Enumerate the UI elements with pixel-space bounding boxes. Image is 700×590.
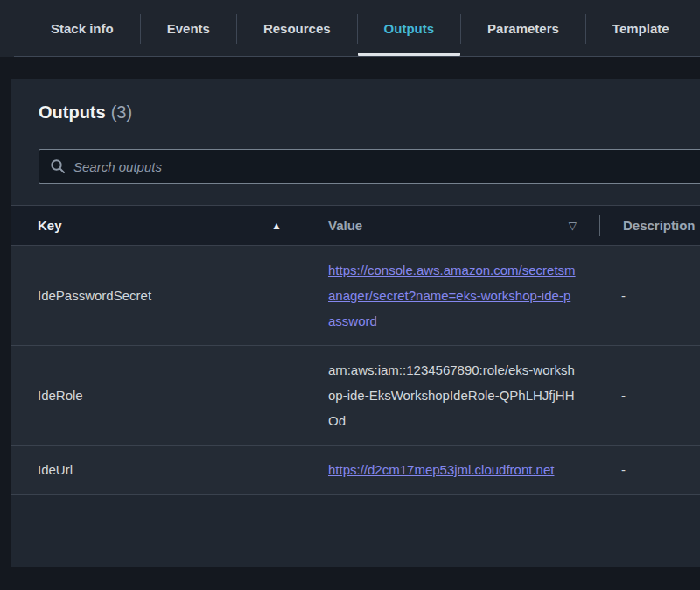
output-value-text: arn:aws:iam::1234567890:role/eks-worksho…	[328, 362, 575, 428]
column-header-value[interactable]: Value ▽	[304, 206, 599, 246]
sort-ascending-icon: ▲	[271, 220, 282, 232]
stack-detail-tabbar: Stack info Events Resources Outputs Para…	[0, 0, 700, 57]
outputs-count-badge: (3)	[111, 102, 132, 122]
outputs-panel: Outputs(3) Key ▲ Value ▽ Description	[11, 79, 700, 567]
tab-label: Template	[612, 21, 669, 36]
tabbar-bottom-border	[14, 56, 700, 57]
output-description: -	[599, 346, 700, 446]
column-label-description: Description	[599, 218, 700, 233]
tab-events[interactable]: Events	[141, 0, 236, 57]
tab-label: Parameters	[487, 21, 559, 36]
outputs-panel-title: Outputs(3)	[11, 79, 700, 123]
search-icon	[50, 158, 66, 174]
column-label-key: Key	[11, 218, 304, 233]
tab-label: Resources	[263, 21, 331, 36]
search-outputs-input[interactable]	[74, 159, 700, 174]
output-value-link[interactable]: https://console.aws.amazon.com/secretsma…	[328, 263, 576, 328]
output-key: IdeRole	[11, 346, 304, 446]
tab-template[interactable]: Template	[586, 0, 696, 57]
column-label-value: Value	[304, 218, 599, 233]
table-row: IdePasswordSecret https://console.aws.am…	[11, 246, 700, 346]
panel-title-text: Outputs	[38, 102, 106, 122]
tab-label: Outputs	[384, 21, 435, 36]
tab-label: Events	[167, 21, 210, 36]
column-header-description[interactable]: Description	[599, 206, 700, 246]
output-key: IdePasswordSecret	[11, 246, 304, 346]
search-outputs-box[interactable]	[38, 149, 700, 184]
sort-none-icon: ▽	[569, 220, 577, 232]
tab-parameters[interactable]: Parameters	[461, 0, 585, 57]
tab-stack-info[interactable]: Stack info	[24, 0, 140, 57]
stack-tabs: Stack info Events Resources Outputs Para…	[0, 0, 700, 57]
output-description: -	[599, 446, 700, 495]
output-value: https://d2cm17mep53jml.cloudfront.net	[304, 446, 599, 495]
table-header-row: Key ▲ Value ▽ Description	[11, 206, 700, 246]
column-header-key[interactable]: Key ▲	[11, 206, 304, 246]
table-row: IdeRole arn:aws:iam::1234567890:role/eks…	[11, 346, 700, 446]
output-value-link[interactable]: https://d2cm17mep53jml.cloudfront.net	[328, 462, 554, 477]
outputs-table: Key ▲ Value ▽ Description IdePasswordSec…	[11, 205, 700, 495]
tab-resources[interactable]: Resources	[237, 0, 357, 57]
output-value: https://console.aws.amazon.com/secretsma…	[304, 246, 599, 346]
table-row: IdeUrl https://d2cm17mep53jml.cloudfront…	[11, 446, 700, 495]
output-description: -	[599, 246, 700, 346]
tab-label: Stack info	[51, 21, 114, 36]
output-key: IdeUrl	[11, 446, 304, 495]
tab-outputs[interactable]: Outputs	[358, 0, 461, 57]
output-value: arn:aws:iam::1234567890:role/eks-worksho…	[304, 346, 599, 446]
